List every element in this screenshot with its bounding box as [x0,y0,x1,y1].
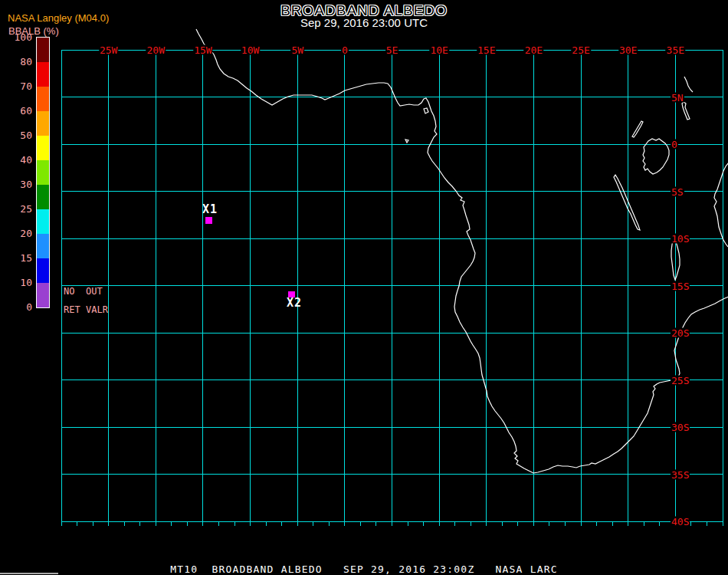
latitude-label-5s: 5S [671,186,684,196]
longitude-label-15e: 15E [477,45,496,55]
east-africa-coast [714,163,728,247]
longitude-label-0: 0 [341,45,349,55]
latitude-label-0: 0 [671,140,678,150]
longitude-label-10w: 10W [241,45,260,55]
marker-label-x2: X2 [287,297,302,309]
lake-turkana [682,102,690,120]
footer-caption: MT10 BROADBAND ALBEDO SEP 29, 2016 23:00… [0,564,728,574]
longitude-label-5w: 5W [290,45,304,55]
map-canvas [0,0,728,575]
longitude-label-35e: 35E [666,45,685,55]
longitude-label-5e: 5E [385,45,399,55]
target-marker-x1[interactable] [205,217,212,224]
bioko-island [424,108,428,113]
omo-river [684,77,693,92]
latitude-label-5n: 5N [671,92,684,102]
longitude-label-20e: 20E [524,45,543,55]
west-and-south-africa-coast [196,29,728,473]
latitude-label-30s: 30S [671,422,690,432]
latitude-label-40s: 40S [671,517,690,527]
longitude-label-25e: 25E [571,45,590,55]
longitude-label-20w: 20W [146,45,166,55]
latitude-label-25s: 25S [671,375,690,385]
latitude-label-20s: 20S [671,328,690,338]
longitude-label-25w: 25W [99,45,118,55]
latitude-label-10s: 10S [671,234,690,244]
sao-tome-island [405,140,408,143]
longitude-label-30e: 30E [618,45,638,55]
longitude-label-10e: 10E [429,45,448,55]
bottom-left-bar [0,573,58,574]
latitude-label-35s: 35S [671,469,690,479]
marker-label-x1: X1 [202,204,218,215]
longitude-label-15w: 15W [193,45,212,55]
latitude-label-15s: 15S [671,281,690,291]
lake-albert [632,121,643,137]
lake-tanganyika [614,175,640,230]
albedo-map-viewer: BROADBAND ALBEDO Sep 29, 2016 23:00 UTC … [0,0,728,575]
